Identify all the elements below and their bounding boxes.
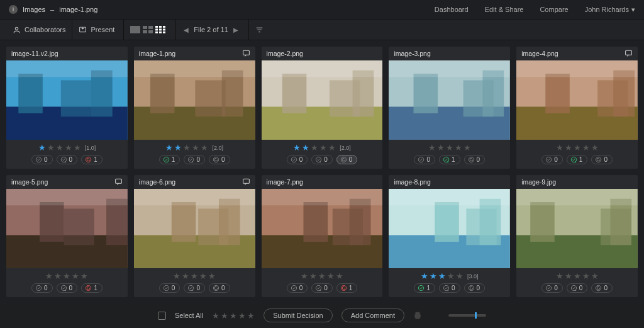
svg-rect-78 bbox=[219, 199, 240, 246]
thumbnail[interactable] bbox=[262, 60, 383, 140]
image-card[interactable]: image-11.v2.jpg ★★★★★[1.0] 0 0 1 bbox=[6, 47, 128, 169]
image-card[interactable]: image-8.png ★★★★★[3.0] 1 0 0 bbox=[389, 175, 510, 297]
thumbnail[interactable] bbox=[6, 60, 128, 140]
star-rating[interactable]: ★★★★★ bbox=[556, 271, 599, 281]
comment-icon[interactable] bbox=[625, 49, 633, 59]
thumbnail[interactable] bbox=[516, 189, 638, 268]
view-medium-grid-icon[interactable] bbox=[143, 26, 153, 33]
counter-pill[interactable]: 0 bbox=[159, 283, 180, 293]
nav-dashboard[interactable]: Dashboard bbox=[435, 6, 469, 14]
present-button[interactable]: Present bbox=[72, 20, 121, 40]
counter-pill[interactable]: 0 bbox=[184, 283, 205, 293]
footer-stars[interactable]: ★★★★★ bbox=[212, 311, 255, 320]
counter-pill[interactable]: 0 bbox=[287, 155, 308, 164]
counter-pill[interactable]: 0 bbox=[541, 283, 563, 293]
image-card[interactable]: image-3.png ★★★★★ 0 1 0 bbox=[389, 47, 510, 169]
star-rating[interactable]: ★★★★★[3.0] bbox=[421, 271, 479, 281]
image-card[interactable]: image-6.png ★★★★★ 0 0 0 bbox=[134, 175, 255, 297]
submit-decision-button[interactable]: Submit Decision bbox=[264, 308, 332, 322]
svg-point-50 bbox=[419, 157, 424, 162]
star-rating[interactable]: ★★★★★[2.0] bbox=[165, 143, 223, 152]
svg-rect-25 bbox=[243, 50, 249, 55]
thumbnail[interactable] bbox=[134, 60, 255, 140]
user-menu[interactable]: John Richards ▾ bbox=[585, 6, 635, 14]
next-file-icon[interactable]: ▶ bbox=[233, 26, 238, 33]
counter-pill[interactable]: 0 bbox=[591, 155, 613, 164]
counter-pill[interactable]: 0 bbox=[184, 155, 205, 164]
counter-pill[interactable]: 0 bbox=[311, 283, 333, 293]
svg-rect-18 bbox=[18, 74, 43, 113]
counter-pill[interactable]: 1 bbox=[81, 283, 103, 293]
svg-rect-13 bbox=[155, 31, 158, 33]
collaborators-button[interactable]: Collaborators bbox=[6, 20, 72, 40]
counter-pill[interactable]: 1 bbox=[414, 283, 435, 293]
counter-pill[interactable]: 0 bbox=[591, 283, 613, 293]
counter-pill[interactable]: 0 bbox=[209, 155, 230, 164]
view-single-icon[interactable] bbox=[130, 26, 140, 33]
comment-icon[interactable] bbox=[242, 49, 250, 59]
prev-file-icon[interactable]: ◀ bbox=[184, 26, 189, 33]
counter-pill[interactable]: 0 bbox=[567, 283, 588, 293]
svg-point-41 bbox=[291, 157, 296, 162]
star-rating[interactable]: ★★★★★[2.0] bbox=[293, 143, 351, 152]
comment-icon[interactable] bbox=[242, 178, 250, 187]
filter-button[interactable] bbox=[248, 20, 270, 40]
thumbnail[interactable] bbox=[262, 189, 383, 268]
image-card[interactable]: image-1.png ★★★★★[2.0] 1 0 0 bbox=[134, 47, 255, 169]
counter-pill[interactable]: 0 bbox=[336, 155, 358, 164]
counter-pill[interactable]: 0 bbox=[57, 283, 78, 293]
thumbnail[interactable] bbox=[389, 60, 510, 140]
image-card[interactable]: image-2.png ★★★★★[2.0] 0 0 0 bbox=[262, 47, 383, 169]
svg-point-89 bbox=[291, 285, 296, 290]
info-icon[interactable]: i bbox=[9, 5, 18, 14]
select-all-label[interactable]: Select All bbox=[175, 312, 203, 319]
svg-point-52 bbox=[469, 157, 474, 162]
download-icon[interactable] bbox=[431, 311, 440, 320]
counter-pill[interactable]: 1 bbox=[439, 155, 460, 164]
star-rating[interactable]: ★★★★★ bbox=[556, 143, 599, 152]
file-position-label: File 2 of 11 bbox=[194, 26, 228, 33]
counter-pill[interactable]: 0 bbox=[464, 283, 486, 293]
view-small-grid-icon[interactable] bbox=[155, 26, 165, 33]
counter-pill[interactable]: 1 bbox=[567, 155, 588, 164]
thumbnail[interactable] bbox=[516, 60, 638, 140]
counter-pill[interactable]: 0 bbox=[439, 283, 460, 293]
print-icon[interactable] bbox=[413, 311, 422, 320]
svg-rect-85 bbox=[303, 202, 328, 242]
counter-pill[interactable]: 0 bbox=[541, 155, 563, 164]
counter-pill[interactable]: 0 bbox=[57, 155, 78, 164]
thumbnail[interactable] bbox=[134, 189, 255, 268]
thumbnail[interactable] bbox=[389, 189, 510, 268]
zoom-slider[interactable] bbox=[448, 314, 486, 317]
image-card[interactable]: image-4.png ★★★★★ 0 1 0 bbox=[516, 47, 638, 169]
counter-pill[interactable]: 1 bbox=[159, 155, 180, 164]
breadcrumb-file[interactable]: image-1.png bbox=[59, 6, 97, 13]
counter-pill[interactable]: 0 bbox=[209, 283, 230, 293]
counter-pill[interactable]: 0 bbox=[31, 155, 53, 164]
counter-pill[interactable]: 0 bbox=[464, 155, 486, 164]
image-card[interactable]: image-9.jpg ★★★★★ 0 0 0 bbox=[516, 175, 638, 297]
star-rating[interactable]: ★★★★★[1.0] bbox=[38, 143, 96, 152]
counter-pill[interactable]: 0 bbox=[311, 155, 333, 164]
star-rating[interactable]: ★★★★★ bbox=[301, 271, 343, 281]
select-all-checkbox[interactable] bbox=[158, 312, 166, 320]
image-card[interactable]: image-7.png ★★★★★ 0 0 1 bbox=[262, 175, 383, 297]
star-rating[interactable]: ★★★★★ bbox=[45, 271, 88, 281]
image-card[interactable]: image-5.png ★★★★★ 0 0 1 bbox=[6, 175, 128, 297]
counter-pill[interactable]: 0 bbox=[287, 283, 308, 293]
counter-pill[interactable]: 0 bbox=[414, 155, 435, 164]
svg-rect-87 bbox=[349, 199, 370, 246]
comment-icon[interactable] bbox=[114, 178, 123, 187]
nav-edit-share[interactable]: Edit & Share bbox=[485, 6, 524, 14]
thumbnail[interactable] bbox=[6, 189, 128, 268]
counter-pill[interactable]: 0 bbox=[31, 283, 53, 293]
star-rating[interactable]: ★★★★★ bbox=[428, 143, 471, 152]
star-rating[interactable]: ★★★★★ bbox=[173, 271, 216, 281]
nav-compare[interactable]: Compare bbox=[540, 6, 568, 14]
counter-pill[interactable]: 1 bbox=[336, 283, 358, 293]
add-comment-button[interactable]: Add Comment bbox=[341, 308, 404, 322]
svg-rect-73 bbox=[243, 179, 249, 183]
breadcrumb-folder[interactable]: Images bbox=[23, 6, 45, 13]
card-filename: image-2.png bbox=[267, 50, 303, 57]
counter-pill[interactable]: 1 bbox=[81, 155, 103, 164]
